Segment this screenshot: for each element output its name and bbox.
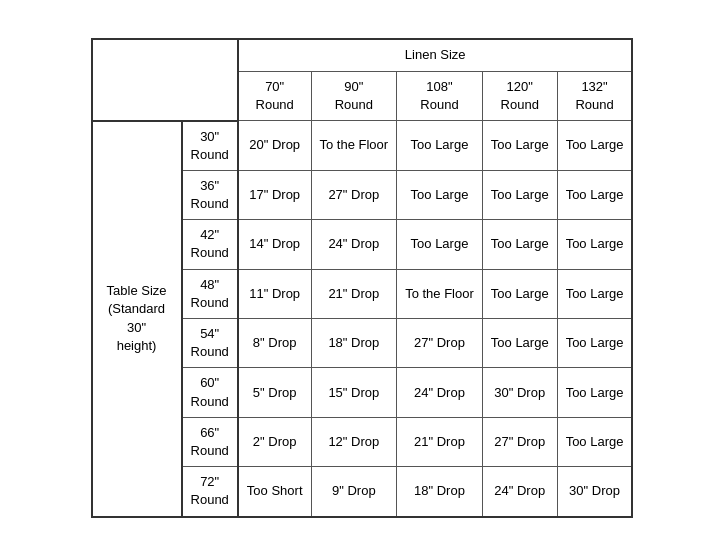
- cell-r2-c3: Too Large: [482, 220, 557, 269]
- cell-r0-c2: Too Large: [397, 121, 483, 171]
- table-body: Table Size(Standard 30"height)30"Round20…: [92, 121, 633, 517]
- row-label-1: 36"Round: [182, 170, 238, 219]
- table-size-label: Table Size(Standard 30"height): [92, 121, 182, 517]
- cell-r2-c4: Too Large: [557, 220, 632, 269]
- linen-col-header-1: 90"Round: [311, 71, 397, 120]
- cell-r6-c0: 2" Drop: [238, 417, 311, 466]
- row-label-5: 60"Round: [182, 368, 238, 417]
- linen-col-header-0: 70"Round: [238, 71, 311, 120]
- cell-r6-c1: 12" Drop: [311, 417, 397, 466]
- cell-r6-c3: 27" Drop: [482, 417, 557, 466]
- linen-col-header-3: 120"Round: [482, 71, 557, 120]
- cell-r7-c3: 24" Drop: [482, 467, 557, 517]
- cell-r1-c1: 27" Drop: [311, 170, 397, 219]
- cell-r7-c1: 9" Drop: [311, 467, 397, 517]
- cell-r6-c2: 21" Drop: [397, 417, 483, 466]
- cell-r7-c4: 30" Drop: [557, 467, 632, 517]
- table-row: Table Size(Standard 30"height)30"Round20…: [92, 121, 633, 171]
- cell-r3-c0: 11" Drop: [238, 269, 311, 318]
- cell-r5-c1: 15" Drop: [311, 368, 397, 417]
- cell-r3-c3: Too Large: [482, 269, 557, 318]
- linen-size-header: Linen Size: [238, 39, 633, 71]
- row-label-0: 30"Round: [182, 121, 238, 171]
- corner-cell: [92, 39, 238, 120]
- cell-r5-c0: 5" Drop: [238, 368, 311, 417]
- cell-r2-c1: 24" Drop: [311, 220, 397, 269]
- cell-r4-c1: 18" Drop: [311, 319, 397, 368]
- row-label-6: 66"Round: [182, 417, 238, 466]
- cell-r5-c4: Too Large: [557, 368, 632, 417]
- cell-r4-c4: Too Large: [557, 319, 632, 368]
- cell-r4-c0: 8" Drop: [238, 319, 311, 368]
- cell-r0-c0: 20" Drop: [238, 121, 311, 171]
- linen-col-header-2: 108"Round: [397, 71, 483, 120]
- cell-r3-c1: 21" Drop: [311, 269, 397, 318]
- cell-r3-c2: To the Floor: [397, 269, 483, 318]
- cell-r5-c3: 30" Drop: [482, 368, 557, 417]
- cell-r5-c2: 24" Drop: [397, 368, 483, 417]
- cell-r7-c2: 18" Drop: [397, 467, 483, 517]
- row-label-2: 42"Round: [182, 220, 238, 269]
- cell-r2-c2: Too Large: [397, 220, 483, 269]
- row-label-3: 48"Round: [182, 269, 238, 318]
- cell-r1-c4: Too Large: [557, 170, 632, 219]
- cell-r1-c2: Too Large: [397, 170, 483, 219]
- row-label-4: 54"Round: [182, 319, 238, 368]
- cell-r6-c4: Too Large: [557, 417, 632, 466]
- cell-r4-c2: 27" Drop: [397, 319, 483, 368]
- cell-r1-c3: Too Large: [482, 170, 557, 219]
- cell-r3-c4: Too Large: [557, 269, 632, 318]
- linen-size-table: Linen Size 70"Round90"Round108"Round120"…: [91, 38, 634, 517]
- cell-r0-c1: To the Floor: [311, 121, 397, 171]
- cell-r1-c0: 17" Drop: [238, 170, 311, 219]
- cell-r7-c0: Too Short: [238, 467, 311, 517]
- linen-col-header-4: 132"Round: [557, 71, 632, 120]
- cell-r0-c3: Too Large: [482, 121, 557, 171]
- cell-r4-c3: Too Large: [482, 319, 557, 368]
- table-wrapper: Linen Size 70"Round90"Round108"Round120"…: [71, 18, 654, 537]
- cell-r0-c4: Too Large: [557, 121, 632, 171]
- cell-r2-c0: 14" Drop: [238, 220, 311, 269]
- row-label-7: 72"Round: [182, 467, 238, 517]
